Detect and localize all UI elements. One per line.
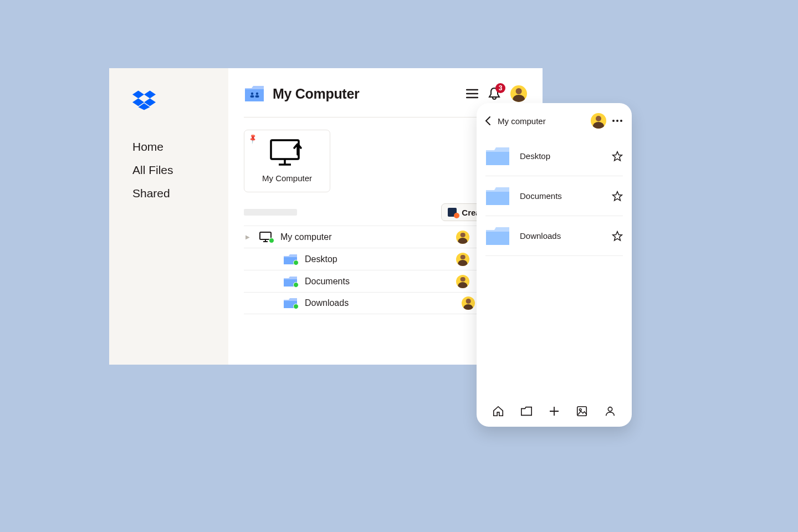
pin-icon: 📌	[247, 133, 258, 144]
mobile-row-documents[interactable]: Documents	[485, 176, 623, 216]
folder-icon	[283, 298, 298, 309]
mobile-row-name: Downloads	[520, 231, 602, 241]
monitor-icon	[258, 232, 274, 243]
mobile-row-name: Documents	[520, 191, 602, 201]
svg-rect-8	[255, 95, 259, 98]
tab-home[interactable]	[492, 405, 504, 417]
avatar[interactable]	[510, 85, 527, 102]
person-icon	[604, 405, 616, 417]
hamburger-menu-icon[interactable]	[466, 89, 478, 99]
chevron-left-icon	[484, 116, 492, 126]
tab-files[interactable]	[520, 406, 533, 417]
sidebar: Home All Files Shared	[109, 68, 228, 365]
device-card[interactable]: 📌 My Computer	[244, 130, 330, 192]
notification-badge: 3	[495, 83, 505, 93]
folder-icon	[485, 187, 510, 206]
folder-outline-icon	[520, 406, 533, 417]
mobile-row-downloads[interactable]: Downloads	[485, 216, 623, 256]
file-row-name: Documents	[305, 277, 382, 287]
star-button[interactable]	[612, 191, 623, 202]
avatar	[456, 275, 469, 288]
plus-icon	[548, 405, 560, 417]
svg-rect-6	[250, 95, 254, 98]
svg-rect-12	[271, 140, 299, 159]
svg-point-26	[608, 407, 612, 411]
sidebar-item-home[interactable]: Home	[132, 140, 228, 154]
svg-point-7	[256, 93, 258, 95]
mobile-tab-bar	[477, 396, 632, 427]
mobile-title: My computer	[498, 116, 585, 126]
star-button[interactable]	[612, 231, 623, 242]
svg-point-20	[616, 120, 618, 122]
file-row-name: Desktop	[305, 254, 382, 264]
monitor-upload-icon	[268, 138, 306, 168]
file-row-name: Downloads	[305, 298, 382, 308]
svg-marker-0	[132, 91, 144, 99]
svg-point-25	[580, 408, 582, 411]
sync-status-icon	[269, 238, 274, 243]
svg-marker-1	[144, 91, 156, 99]
folder-icon	[485, 147, 510, 166]
kebab-horizontal-icon	[612, 119, 623, 122]
notifications-button[interactable]: 3	[488, 87, 500, 100]
back-button[interactable]	[484, 116, 492, 126]
placeholder	[244, 209, 297, 216]
caret-right-icon[interactable]: ▶	[244, 234, 252, 240]
svg-point-5	[251, 93, 253, 95]
tab-photos[interactable]	[576, 405, 588, 417]
image-icon	[576, 405, 588, 417]
home-icon	[492, 405, 504, 417]
star-outline-icon	[612, 151, 623, 162]
mobile-row-name: Desktop	[520, 151, 602, 161]
mobile-file-list: Desktop Documents Downloads	[477, 136, 632, 396]
avatar[interactable]	[591, 113, 606, 129]
tab-account[interactable]	[604, 405, 616, 417]
mobile-app-window: My computer Desktop Documents	[477, 103, 632, 427]
more-button[interactable]	[612, 119, 623, 122]
sync-status-icon	[293, 260, 299, 265]
mobile-header: My computer	[477, 103, 632, 136]
folder-icon	[283, 254, 298, 265]
star-outline-icon	[612, 231, 623, 242]
status-dot-icon	[454, 213, 459, 218]
sidebar-item-shared[interactable]: Shared	[132, 187, 228, 200]
tab-add[interactable]	[548, 405, 560, 417]
avatar	[456, 231, 469, 244]
device-card-label: My Computer	[250, 173, 324, 183]
sync-status-icon	[293, 304, 299, 309]
shared-folder-icon	[244, 85, 265, 103]
page-title: My Computer	[273, 86, 458, 102]
page-header: My Computer 3	[244, 85, 527, 103]
svg-point-19	[612, 120, 615, 122]
avatar	[462, 296, 475, 310]
star-button[interactable]	[612, 151, 623, 162]
folder-icon	[283, 276, 298, 287]
avatar	[456, 253, 469, 266]
star-outline-icon	[612, 191, 623, 202]
sync-status-icon	[293, 282, 299, 288]
dropbox-logo-icon	[132, 90, 228, 110]
sidebar-item-allfiles[interactable]: All Files	[132, 163, 228, 177]
svg-point-21	[620, 120, 622, 122]
file-row-name: My computer	[280, 232, 358, 242]
folder-icon	[485, 227, 510, 245]
svg-rect-24	[577, 407, 587, 416]
mobile-row-desktop[interactable]: Desktop	[485, 136, 623, 176]
